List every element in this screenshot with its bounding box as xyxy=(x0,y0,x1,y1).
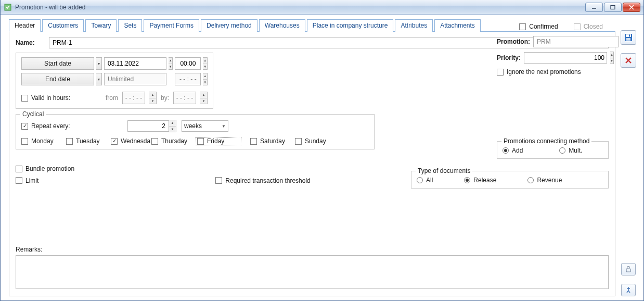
bundle-promotion-checkbox[interactable]: Bundle promotion xyxy=(16,165,74,172)
day-tuesday-checkbox[interactable]: Tuesday xyxy=(66,137,111,145)
doc-release-radio[interactable]: Release xyxy=(464,177,496,184)
priority-input[interactable] xyxy=(524,52,607,64)
app-icon xyxy=(4,3,12,11)
cyclical-legend: Cyclical xyxy=(20,110,46,118)
start-time-spinner[interactable]: ▲▼ xyxy=(203,57,208,70)
pin-button[interactable] xyxy=(621,284,636,296)
day-saturday-checkbox[interactable]: Saturday xyxy=(250,137,295,145)
repeat-value-input[interactable] xyxy=(127,120,169,132)
close-window-button[interactable] xyxy=(623,3,640,12)
confirmed-label: Confirmed xyxy=(529,23,558,30)
closed-checkbox: Closed xyxy=(574,23,603,30)
svg-rect-7 xyxy=(626,38,630,41)
end-time-spinner[interactable]: ▲▼ xyxy=(203,73,208,85)
connecting-add-radio[interactable]: Add xyxy=(503,147,523,154)
svg-rect-11 xyxy=(626,269,630,272)
titlebar: Promotion - will be added xyxy=(1,0,643,15)
by-time-input[interactable] xyxy=(173,92,196,104)
by-label: by: xyxy=(161,94,169,102)
tab-customers[interactable]: Customers xyxy=(42,19,84,32)
repeat-every-checkbox[interactable]: ✓Repeat every: xyxy=(21,122,70,130)
start-date-input[interactable] xyxy=(104,57,166,70)
doc-type-fieldset: Type of documents All Release Revenue xyxy=(411,171,609,189)
repeat-value-spinner[interactable]: ▲▼ xyxy=(169,120,176,132)
from-time-input[interactable] xyxy=(122,92,145,104)
name-label: Name: xyxy=(16,39,45,46)
ignore-next-checkbox[interactable]: Ignore the next promotions xyxy=(497,68,609,76)
tab-attributes[interactable]: Attributes xyxy=(395,19,433,32)
connecting-legend: Promotions connecting method xyxy=(501,137,591,145)
remarks-label: Remarks: xyxy=(16,246,609,253)
start-time-input[interactable] xyxy=(175,57,201,70)
promotion-code-input xyxy=(533,36,619,47)
start-date-dropdown[interactable]: ▾ xyxy=(96,57,102,70)
threshold-checkbox[interactable]: Required transaction threshold xyxy=(215,177,310,184)
remarks-textarea[interactable] xyxy=(16,255,609,289)
priority-spinner[interactable]: ▲▼ xyxy=(610,52,614,64)
ignore-next-label: Ignore the next promotions xyxy=(507,68,581,76)
doc-all-radio[interactable]: All xyxy=(417,177,433,184)
start-date-button[interactable]: Start date xyxy=(21,57,94,70)
tab-towary[interactable]: Towary xyxy=(85,19,117,32)
tab-sets[interactable]: Sets xyxy=(118,19,142,32)
day-monday-checkbox[interactable]: Monday xyxy=(21,137,66,145)
tab-place-in-company[interactable]: Place in company structure xyxy=(307,19,394,32)
tab-attachments[interactable]: Attachments xyxy=(434,19,481,32)
valid-in-hours-checkbox[interactable]: Valid in hours: xyxy=(21,94,70,102)
bundle-label: Bundle promotion xyxy=(25,165,74,172)
day-thursday-checkbox[interactable]: Thursday xyxy=(151,137,196,145)
tab-warehouses[interactable]: Warehouses xyxy=(259,19,305,32)
closed-label: Closed xyxy=(584,23,603,30)
by-time-spinner[interactable]: ▲▼ xyxy=(200,92,208,104)
from-time-spinner[interactable]: ▲▼ xyxy=(149,92,157,104)
lock-button[interactable] xyxy=(621,263,636,275)
tab-header[interactable]: Header xyxy=(9,19,41,32)
end-date-input[interactable] xyxy=(104,73,166,85)
tab-payment-forms[interactable]: Payment Forms xyxy=(144,19,199,32)
limit-checkbox[interactable]: Limit xyxy=(16,177,38,184)
repeat-unit-value: weeks xyxy=(184,122,202,130)
connecting-method-fieldset: Promotions connecting method Add Mult. xyxy=(497,141,609,159)
doc-type-legend: Type of documents xyxy=(416,167,472,174)
day-sunday-checkbox[interactable]: Sunday xyxy=(295,137,340,145)
minimize-button[interactable] xyxy=(585,3,603,12)
header-panel: Name: Start date ▾ ▲▼ ▲▼ End date xyxy=(9,31,615,296)
doc-revenue-radio[interactable]: Revenue xyxy=(527,177,562,184)
start-date-spinner[interactable]: ▲▼ xyxy=(169,57,173,70)
date-block: Start date ▾ ▲▼ ▲▼ End date ▾ ▲▼ xyxy=(16,53,213,109)
valid-in-hours-label: Valid in hours: xyxy=(31,94,70,102)
threshold-label: Required transaction threshold xyxy=(225,177,310,184)
cyclical-fieldset: Cyclical ✓Repeat every: ▲▼ weeks▼ xyxy=(16,114,375,149)
from-label: from xyxy=(106,94,118,102)
repeat-unit-select[interactable]: weeks▼ xyxy=(182,120,228,132)
maximize-button[interactable] xyxy=(604,3,622,12)
end-time-input[interactable] xyxy=(175,73,201,85)
priority-label: Priority: xyxy=(497,54,521,61)
end-date-button[interactable]: End date xyxy=(21,73,94,85)
window-title: Promotion - will be added xyxy=(15,4,85,11)
tab-delivery-method[interactable]: Delivery method xyxy=(201,19,257,32)
end-date-dropdown[interactable]: ▾ xyxy=(96,73,102,85)
cancel-button[interactable] xyxy=(621,53,636,68)
connecting-mult-radio[interactable]: Mult. xyxy=(559,147,582,154)
repeat-every-label: Repeat every: xyxy=(31,122,70,130)
day-wednesday-checkbox[interactable]: ✓Wednesda xyxy=(111,137,151,145)
confirmed-checkbox[interactable]: Confirmed xyxy=(519,23,558,30)
svg-rect-8 xyxy=(629,35,630,37)
limit-label: Limit xyxy=(25,177,38,184)
svg-rect-2 xyxy=(611,5,615,9)
tabstrip: Header Customers Towary Sets Payment For… xyxy=(9,19,615,31)
promotion-window: Promotion - will be added Header Custome… xyxy=(0,0,644,301)
save-button[interactable] xyxy=(621,30,636,45)
promotion-code-label: Promotion: xyxy=(497,38,530,45)
day-friday-checkbox[interactable]: Friday xyxy=(196,137,241,145)
svg-rect-6 xyxy=(626,34,631,37)
